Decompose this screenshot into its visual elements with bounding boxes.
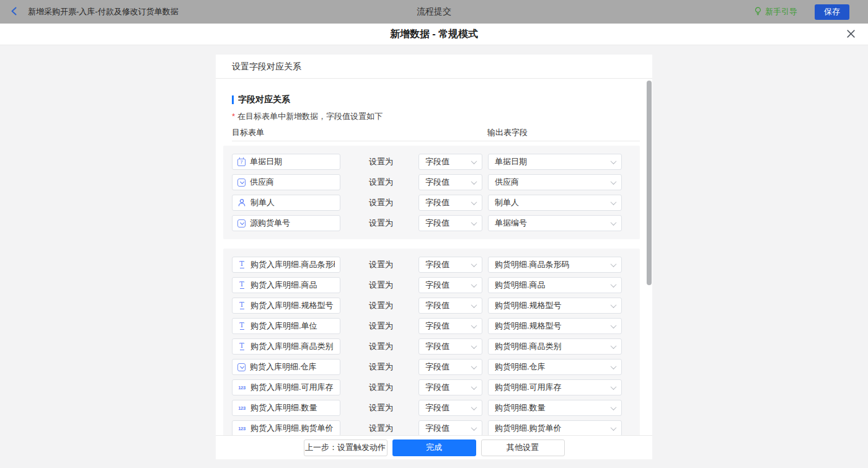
modal-title: 新增数据 - 常规模式	[390, 28, 478, 41]
target-field-label: 购货入库明细.购货单价	[250, 423, 334, 434]
chevron-down-icon	[471, 281, 477, 288]
output-field-select[interactable]: 制单人	[488, 195, 622, 211]
operator-select[interactable]: 字段值	[418, 215, 482, 231]
mapping-row: T 购货入库明细.商品 设置为 字段值 购货明细.商品	[232, 277, 631, 293]
operator-select[interactable]: 字段值	[418, 379, 482, 395]
mapping-row: 7 单据日期 设置为 字段值 单据日期	[232, 154, 631, 170]
output-field-select[interactable]: 供应商	[488, 174, 622, 190]
chevron-down-icon	[471, 179, 477, 185]
output-field-select[interactable]: 购货明细.购货单价	[488, 420, 622, 435]
modal-body: 设置字段对应关系 字段对应关系 *在目标表单中新增数据，字段值设置如下 目标表单…	[0, 46, 868, 468]
section-title: 字段对应关系	[232, 94, 640, 105]
chevron-down-icon	[611, 322, 617, 329]
output-field-select[interactable]: 购货明细.商品条形码	[488, 257, 622, 273]
other-settings-button[interactable]: 其他设置	[481, 439, 565, 456]
target-field-label: 购货入库明细.数量	[250, 402, 317, 413]
operator-select[interactable]: 字段值	[418, 257, 482, 273]
set-as-label: 设置为	[369, 156, 394, 167]
select-icon	[237, 363, 246, 371]
mapping-row: T 购货入库明细.单位 设置为 字段值 购货明细.规格型号	[232, 318, 631, 334]
chevron-down-icon	[611, 261, 617, 267]
mapping-row: 供应商 设置为 字段值 供应商	[232, 174, 631, 190]
output-field-select[interactable]: 购货明细.仓库	[488, 359, 622, 375]
target-field-label: 制单人	[250, 197, 275, 208]
set-as-label: 设置为	[369, 402, 394, 413]
beginner-guide-link[interactable]: 新手引导	[754, 6, 797, 18]
chevron-down-icon	[611, 158, 617, 164]
column-header-target-form: 目标表单	[232, 127, 264, 138]
chevron-down-icon	[471, 384, 477, 390]
set-as-label: 设置为	[369, 218, 394, 229]
mapping-row: 源购货单号 设置为 字段值 单据编号	[232, 215, 631, 231]
operator-select-value: 字段值	[425, 402, 472, 413]
target-field-box: T 购货入库明细.规格型号	[232, 298, 340, 314]
output-field-select[interactable]: 单据日期	[488, 154, 622, 170]
set-as-label: 设置为	[369, 300, 394, 311]
set-as-label: 设置为	[369, 341, 394, 352]
target-field-box: 123 购货入库明细.购货单价	[232, 420, 340, 435]
output-field-select-value: 制单人	[495, 197, 611, 208]
done-button[interactable]: 完成	[392, 439, 476, 456]
operator-select[interactable]: 字段值	[418, 420, 482, 435]
set-as-label: 设置为	[369, 320, 394, 332]
output-field-select[interactable]: 购货明细.规格型号	[488, 298, 622, 314]
target-field-label: 单据日期	[250, 156, 282, 167]
operator-select[interactable]: 字段值	[418, 359, 482, 375]
chevron-down-icon	[471, 219, 477, 226]
section-accent-bar	[232, 95, 234, 104]
target-field-label: 购货入库明细.商品	[250, 280, 317, 291]
chevron-down-icon	[471, 302, 477, 308]
operator-select[interactable]: 字段值	[418, 318, 482, 334]
output-field-select[interactable]: 购货明细.商品	[488, 277, 622, 293]
chevron-down-icon	[611, 199, 617, 205]
workflow-title: 新增采购开票-入库-付款及修改订货单数据	[28, 6, 179, 17]
text-icon: T	[237, 343, 246, 350]
chevron-down-icon	[611, 343, 617, 349]
chevron-down-icon	[471, 343, 477, 349]
card-header: 设置字段对应关系	[216, 55, 652, 79]
operator-select[interactable]: 字段值	[418, 338, 482, 355]
save-button[interactable]: 保存	[815, 4, 849, 20]
operator-select[interactable]: 字段值	[418, 277, 482, 293]
operator-select[interactable]: 字段值	[418, 298, 482, 314]
output-field-select[interactable]: 购货明细.数量	[488, 400, 622, 416]
set-as-label: 设置为	[369, 423, 394, 434]
card-body: 字段对应关系 *在目标表单中新增数据，字段值设置如下 目标表单 输出表字段 7 …	[216, 79, 652, 435]
previous-step-button[interactable]: 上一步：设置触发动作	[304, 439, 388, 456]
output-field-select[interactable]: 购货明细.商品类别	[488, 338, 622, 355]
operator-select-value: 字段值	[425, 156, 472, 167]
set-as-label: 设置为	[369, 382, 394, 393]
output-field-select[interactable]: 单据编号	[488, 215, 622, 231]
mapping-row: 123 购货入库明细.数量 设置为 字段值 购货明细.数量	[232, 400, 631, 416]
back-button[interactable]	[10, 6, 19, 18]
operator-select[interactable]: 字段值	[418, 195, 482, 211]
operator-select[interactable]: 字段值	[418, 400, 482, 416]
chevron-down-icon	[611, 219, 617, 226]
set-as-label: 设置为	[369, 280, 394, 291]
scrollbar-thumb[interactable]	[647, 81, 652, 285]
chevron-down-icon	[471, 199, 477, 205]
output-field-select-value: 购货明细.购货单价	[495, 423, 611, 434]
close-button[interactable]	[846, 30, 856, 40]
output-field-select-value: 购货明细.仓库	[495, 361, 611, 373]
target-field-box: 7 单据日期	[232, 154, 340, 170]
output-field-select-value: 单据日期	[495, 156, 611, 167]
operator-select-value: 字段值	[425, 300, 472, 311]
mapping-row: T 购货入库明细.商品类别 设置为 字段值 购货明细.商品类别	[232, 338, 631, 355]
target-field-box: 123 购货入库明细.可用库存	[232, 379, 340, 395]
set-as-label: 设置为	[369, 361, 394, 373]
operator-select[interactable]: 字段值	[418, 154, 482, 170]
output-field-select[interactable]: 购货明细.规格型号	[488, 318, 622, 334]
target-field-label: 购货入库明细.商品类别	[250, 341, 334, 352]
output-field-select-value: 供应商	[495, 177, 611, 188]
operator-select-value: 字段值	[425, 382, 472, 393]
output-field-select[interactable]: 购货明细.可用库存	[488, 379, 622, 395]
operator-select[interactable]: 字段值	[418, 174, 482, 190]
chevron-down-icon	[471, 404, 477, 410]
operator-select-value: 字段值	[425, 361, 472, 373]
chevron-down-icon	[611, 179, 617, 185]
mapping-row: 制单人 设置为 字段值 制单人	[232, 195, 631, 211]
operator-select-value: 字段值	[425, 259, 472, 270]
operator-select-value: 字段值	[425, 218, 472, 229]
chevron-down-icon	[611, 281, 617, 288]
